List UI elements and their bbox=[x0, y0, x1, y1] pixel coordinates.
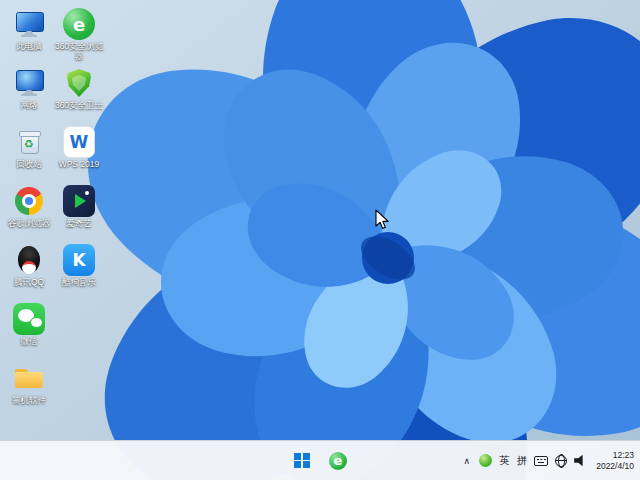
desktop-icon-label: 腾讯QQ bbox=[14, 277, 44, 287]
desktop-icon-label: 酷狗音乐 bbox=[62, 277, 96, 287]
volume-icon[interactable] bbox=[574, 454, 587, 467]
hidden-icons-chevron-icon[interactable]: ∧ bbox=[462, 456, 473, 466]
kugou-icon: K bbox=[63, 244, 95, 276]
desktop-icon-wechat[interactable]: 微信 bbox=[4, 303, 54, 362]
desktop[interactable]: 此电脑网络♻回收站谷歌浏览器腾讯QQ微信装机软件e360安全浏览器360安全卫士… bbox=[0, 0, 640, 480]
desktop-icon-recycle-bin[interactable]: ♻回收站 bbox=[4, 126, 54, 185]
taskbar-clock[interactable]: 12:23 2022/4/10 bbox=[596, 450, 634, 471]
this-pc-icon bbox=[13, 8, 45, 40]
tray-360-icon[interactable] bbox=[479, 454, 492, 467]
desktop-icon-iqiyi[interactable]: 爱奇艺 bbox=[54, 185, 104, 244]
kugou-glyph: K bbox=[63, 244, 95, 276]
desktop-icon-network[interactable]: 网络 bbox=[4, 67, 54, 126]
desktop-icon-label: 360安全浏览器 bbox=[54, 41, 104, 61]
taskbar: e ∧ 英 拼 12:23 2022/4/10 bbox=[0, 440, 640, 480]
clock-time: 12:23 bbox=[596, 450, 634, 461]
desktop-icon-label: 爱奇艺 bbox=[66, 218, 92, 228]
ime-language-indicator[interactable]: 英 bbox=[499, 454, 510, 468]
system-tray: ∧ 英 拼 12:23 2022/4/10 bbox=[462, 441, 634, 480]
network-icon[interactable] bbox=[555, 455, 567, 467]
iqiyi-icon bbox=[63, 185, 95, 217]
browser-360-icon: e bbox=[63, 8, 95, 40]
desktop-icon-label: 微信 bbox=[21, 336, 38, 346]
desktop-icon-label: 此电脑 bbox=[16, 41, 42, 51]
desktop-icon-label: WPS 2019 bbox=[59, 159, 100, 169]
recycle-bin-icon: ♻ bbox=[13, 126, 45, 158]
recycle-bin-glyph: ♻ bbox=[13, 126, 45, 158]
desktop-icon-chrome[interactable]: 谷歌浏览器 bbox=[4, 185, 54, 244]
clock-date: 2022/4/10 bbox=[596, 461, 634, 472]
desktop-icon-label: 网络 bbox=[21, 100, 38, 110]
network-icon bbox=[13, 67, 45, 99]
desktop-icon-software-folder[interactable]: 装机软件 bbox=[4, 362, 54, 421]
windows-logo-icon bbox=[294, 453, 310, 469]
wps-glyph: W bbox=[64, 127, 94, 157]
desktop-icon-label: 回收站 bbox=[16, 159, 42, 169]
taskbar-360-browser-button[interactable]: e bbox=[323, 445, 353, 477]
icon-column-col2: e360安全浏览器360安全卫士WWPS 2019爱奇艺K酷狗音乐 bbox=[54, 8, 104, 303]
ime-pinyin-indicator[interactable]: 拼 bbox=[517, 454, 528, 468]
wechat-icon bbox=[13, 303, 45, 335]
taskbar-center: e bbox=[287, 441, 353, 480]
qq-icon bbox=[13, 244, 45, 276]
touch-keyboard-icon[interactable] bbox=[534, 456, 548, 466]
guard-360-icon bbox=[63, 67, 95, 99]
icon-column-col1: 此电脑网络♻回收站谷歌浏览器腾讯QQ微信装机软件 bbox=[4, 8, 54, 421]
desktop-icon-guard-360[interactable]: 360安全卫士 bbox=[54, 67, 104, 126]
desktop-icons: 此电脑网络♻回收站谷歌浏览器腾讯QQ微信装机软件e360安全浏览器360安全卫士… bbox=[4, 8, 104, 421]
chrome-icon bbox=[13, 185, 45, 217]
desktop-icon-qq[interactable]: 腾讯QQ bbox=[4, 244, 54, 303]
desktop-icon-label: 360安全卫士 bbox=[55, 100, 103, 110]
desktop-icon-label: 装机软件 bbox=[12, 395, 46, 405]
wps-icon: W bbox=[63, 126, 95, 158]
browser-360-glyph: e bbox=[63, 8, 95, 40]
desktop-icon-this-pc[interactable]: 此电脑 bbox=[4, 8, 54, 67]
start-button[interactable] bbox=[287, 445, 317, 477]
360-browser-icon: e bbox=[329, 452, 347, 470]
desktop-icon-wps[interactable]: WWPS 2019 bbox=[54, 126, 104, 185]
desktop-icon-browser-360[interactable]: e360安全浏览器 bbox=[54, 8, 104, 67]
desktop-icon-label: 谷歌浏览器 bbox=[8, 218, 51, 228]
software-folder-icon bbox=[13, 362, 45, 394]
browser-e-glyph: e bbox=[329, 452, 347, 470]
desktop-icon-kugou[interactable]: K酷狗音乐 bbox=[54, 244, 104, 303]
